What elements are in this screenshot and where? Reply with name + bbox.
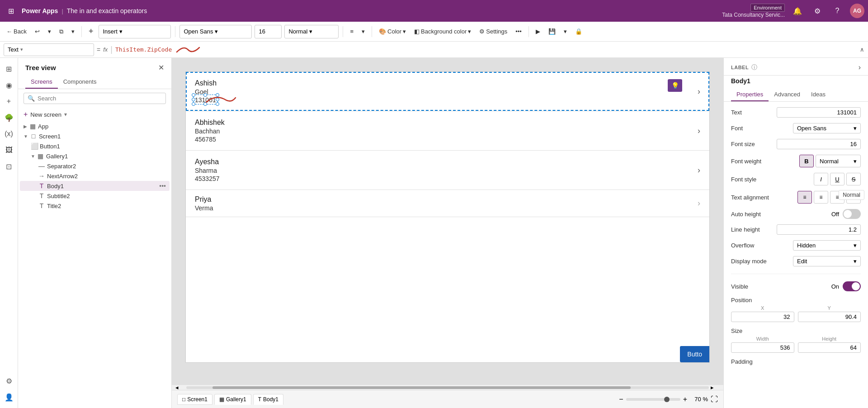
tree-item-gallery1[interactable]: ▼ ▦ Gallery1: [20, 151, 170, 161]
gallery-item-1[interactable]: Abhishek Bachhan 456785 ›: [186, 111, 709, 151]
prop-overflow-select[interactable]: Hidden ▾: [793, 240, 861, 251]
canvas-tab-body1[interactable]: T Body1: [253, 394, 283, 405]
canvas-tab-screen1[interactable]: □ Screen1: [177, 394, 212, 405]
back-button[interactable]: ← Back: [4, 26, 29, 37]
grid-icon[interactable]: ⊞: [4, 4, 18, 18]
nav-data-icon[interactable]: ◉: [2, 78, 16, 92]
nav-account-icon[interactable]: 👤: [2, 390, 16, 404]
fit-screen-button[interactable]: ⛶: [711, 395, 718, 403]
publish-button[interactable]: 🔒: [572, 26, 585, 37]
gallery-item-3-arrow[interactable]: ›: [698, 199, 700, 208]
notification-icon[interactable]: 🔔: [790, 4, 805, 18]
nav-settings-bottom-icon[interactable]: ⚙: [2, 374, 16, 388]
nav-variables-icon[interactable]: (x): [2, 127, 16, 141]
canvas-button[interactable]: Butto: [680, 346, 709, 362]
font-dropdown[interactable]: Open Sans ▾: [179, 25, 252, 38]
new-screen-button[interactable]: + New screen ▾: [18, 108, 171, 121]
props-collapse-icon[interactable]: ›: [859, 63, 861, 71]
tree-search-box[interactable]: 🔍: [24, 93, 166, 104]
search-input[interactable]: [38, 95, 162, 102]
props-tab-ideas[interactable]: Ideas: [806, 88, 831, 101]
copy-dropdown[interactable]: ▾: [69, 26, 77, 37]
tree-item-screen1[interactable]: ▼ □ Screen1: [20, 131, 170, 141]
visible-toggle[interactable]: [843, 281, 861, 291]
save-dropdown[interactable]: ▾: [561, 26, 570, 37]
color-button[interactable]: 🎨 Color ▾: [376, 26, 409, 37]
settings-icon[interactable]: ⚙: [810, 4, 825, 18]
tree-tab-screens[interactable]: Screens: [25, 76, 58, 89]
gallery-item-3[interactable]: Priya Verma ›: [186, 190, 709, 217]
prop-font-select[interactable]: Open Sans ▾: [793, 123, 861, 133]
add-icon[interactable]: +: [86, 25, 96, 38]
undo-button[interactable]: ↩: [32, 26, 42, 37]
zoom-slider[interactable]: [626, 398, 680, 401]
auto-height-toggle[interactable]: [843, 209, 861, 219]
more-button[interactable]: •••: [513, 26, 524, 37]
gallery-item-1-arrow[interactable]: ›: [698, 126, 700, 136]
pos-y-input[interactable]: [798, 312, 861, 322]
avatar[interactable]: AG: [850, 4, 864, 18]
info-button[interactable]: 💡: [668, 79, 682, 92]
tree-item-body1[interactable]: T Body1 •••: [20, 181, 170, 191]
prop-displaymode-select[interactable]: Edit ▾: [793, 256, 861, 266]
save-button[interactable]: 💾: [546, 26, 558, 37]
gallery-item-0[interactable]: Ashish Goel 131001: [186, 72, 709, 111]
copy-button[interactable]: ⧉: [57, 26, 66, 37]
fs-strikethrough-btn[interactable]: S: [846, 173, 861, 185]
scroll-left-btn[interactable]: ◂: [175, 386, 184, 389]
gallery-item-2-arrow[interactable]: ›: [698, 166, 700, 175]
scroll-thumb[interactable]: [212, 386, 631, 389]
nav-media-icon[interactable]: 🖼: [2, 143, 16, 157]
nav-home-icon[interactable]: ⊞: [2, 62, 16, 76]
props-tab-properties[interactable]: Properties: [731, 88, 769, 101]
tree-item-app[interactable]: ▶ ▦ App: [20, 121, 170, 131]
tree-item-more-btn[interactable]: •••: [159, 182, 166, 190]
tree-item-subtitle2[interactable]: T Subtitle2: [20, 191, 170, 201]
zoom-thumb[interactable]: [664, 397, 670, 402]
tree-item-separator2[interactable]: — Separator2: [20, 161, 170, 171]
divider-4: [372, 26, 372, 37]
undo-dropdown[interactable]: ▾: [45, 26, 54, 37]
align-button[interactable]: ≡: [347, 26, 356, 37]
preview-button[interactable]: ▶: [533, 26, 543, 37]
align-left-btn[interactable]: ≡: [797, 191, 812, 204]
property-dropdown[interactable]: Text ▾: [4, 43, 94, 56]
font-size-dropdown[interactable]: 16: [255, 25, 282, 38]
scroll-track[interactable]: [186, 386, 709, 389]
nav-insert-icon[interactable]: +: [2, 94, 16, 109]
zoom-out-button[interactable]: −: [619, 395, 623, 403]
prop-fontsize-input[interactable]: [777, 139, 861, 149]
prop-lineheight-input[interactable]: [777, 224, 861, 235]
gallery-item-0-arrow[interactable]: ›: [698, 87, 700, 96]
tree-tab-components[interactable]: Components: [58, 76, 102, 89]
fw-normal-select[interactable]: Normal ▾: [816, 155, 861, 167]
align-center-btn[interactable]: ≡: [814, 191, 828, 204]
help-icon[interactable]: ?: [830, 4, 844, 18]
insert-dropdown[interactable]: Insert ▾: [99, 25, 171, 38]
fs-underline-btn[interactable]: U: [830, 173, 844, 185]
size-h-input[interactable]: [798, 342, 861, 353]
scroll-right-btn[interactable]: ▸: [711, 386, 720, 389]
size-w-input[interactable]: [731, 342, 794, 353]
tree-item-button1[interactable]: ⬜ Button1: [20, 141, 170, 151]
prop-text-input[interactable]: [777, 107, 861, 118]
h-scrollbar[interactable]: ◂ ▸: [172, 384, 723, 390]
canvas-tab-gallery1[interactable]: ▦ Gallery1: [214, 394, 251, 405]
tree-item-title2[interactable]: T Title2: [20, 201, 170, 211]
tree-item-nextarrow2[interactable]: → NextArrow2: [20, 171, 170, 181]
nav-tree-icon[interactable]: 🌳: [2, 110, 16, 125]
fw-bold-btn[interactable]: B: [799, 155, 814, 167]
formula-expand-icon[interactable]: ∧: [860, 46, 864, 53]
align-dropdown[interactable]: ▾: [359, 26, 368, 37]
tree-close-button[interactable]: ✕: [158, 63, 164, 72]
bg-color-button[interactable]: ◧ Background color ▾: [411, 26, 474, 37]
gallery-item-2[interactable]: Ayesha Sharma 4533257 ›: [186, 151, 709, 190]
pos-x-input[interactable]: [731, 312, 794, 322]
fs-italic-btn[interactable]: I: [814, 173, 828, 185]
settings-button[interactable]: ⚙ Settings: [476, 26, 510, 37]
props-tab-advanced[interactable]: Advanced: [769, 88, 806, 101]
zoom-in-button[interactable]: +: [683, 395, 687, 403]
props-info-icon[interactable]: ⓘ: [751, 63, 757, 71]
text-style-dropdown[interactable]: Normal ▾: [284, 25, 339, 38]
nav-components-icon[interactable]: ⊡: [2, 159, 16, 174]
